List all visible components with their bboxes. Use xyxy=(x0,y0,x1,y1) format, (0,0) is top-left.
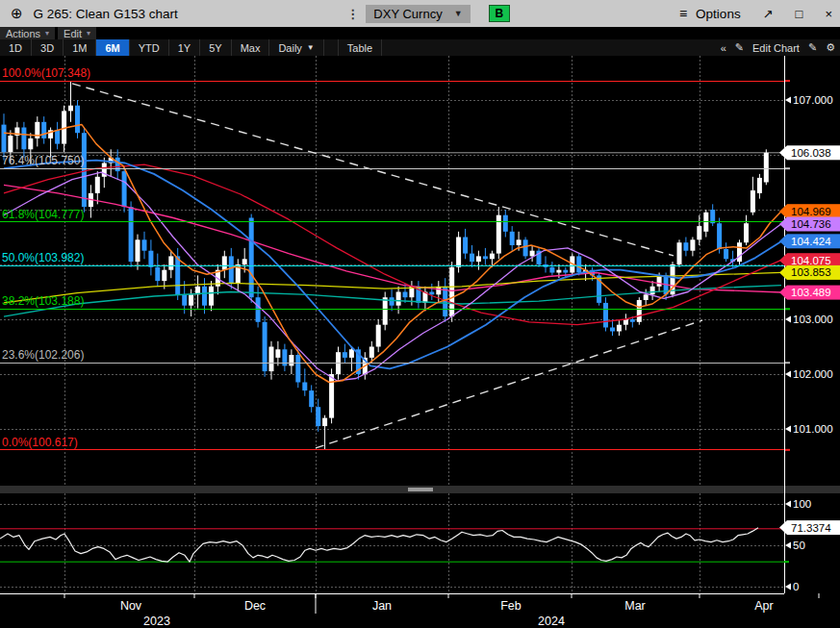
security-selector[interactable]: DXY Curncy ▼ xyxy=(366,5,470,23)
fib-label: 0.0%(100.617) xyxy=(2,436,78,449)
candle xyxy=(369,347,374,358)
maximize-button[interactable]: □ xyxy=(796,7,803,21)
candle xyxy=(476,256,481,262)
candle xyxy=(202,287,207,306)
candle xyxy=(403,292,408,298)
candle xyxy=(129,207,134,262)
candle xyxy=(41,122,46,138)
price-badge: 104.075 xyxy=(791,255,831,266)
candle xyxy=(630,319,635,322)
gear-icon[interactable]: ⚙ xyxy=(826,41,835,54)
candle xyxy=(463,238,468,254)
menu-arrow-icon: ▾ xyxy=(45,29,49,38)
candle xyxy=(329,374,334,418)
tab-label: 3D xyxy=(40,42,54,54)
candle xyxy=(263,322,267,371)
annotate-icon[interactable]: ✎ xyxy=(808,41,817,54)
window-title: G 265: Clean G153 chart xyxy=(34,7,178,21)
candle xyxy=(556,270,561,273)
candle xyxy=(637,300,642,322)
month-label: Mar xyxy=(624,599,646,613)
tab-1y[interactable]: 1Y xyxy=(169,39,200,56)
close-button[interactable]: × xyxy=(825,7,832,21)
candle xyxy=(142,239,147,250)
rsi-panel xyxy=(0,528,784,563)
candle xyxy=(603,303,608,328)
candle xyxy=(21,128,26,150)
candle xyxy=(222,256,227,269)
pan-icon[interactable]: ⊕ xyxy=(11,5,23,22)
price-axis[interactable]: 107.000103.000102.000101.000106.038104.9… xyxy=(779,94,840,435)
fibonacci-levels: 100.0%(107.348)76.4%(105.750)61.8%(104.7… xyxy=(0,66,790,450)
price-badge: 104.736 xyxy=(791,218,831,230)
candle xyxy=(396,292,401,306)
tab-1d[interactable]: 1D xyxy=(0,39,32,56)
price-badge: 106.038 xyxy=(791,147,831,159)
edit-label: Edit xyxy=(64,28,82,39)
candle xyxy=(510,232,515,245)
candle xyxy=(155,267,160,281)
actions-menu[interactable]: Actions ▾ xyxy=(0,27,55,39)
year-label: 2023 xyxy=(143,615,170,628)
candle xyxy=(390,297,395,306)
window-titlebar: ⊕ G 265: Clean G153 chart ⋮ DXY Curncy ▼… xyxy=(0,0,840,27)
price-tick-label: 107.000 xyxy=(793,94,833,106)
tab-1m[interactable]: 1M xyxy=(64,39,96,56)
table-label: Table xyxy=(347,42,372,54)
candle xyxy=(690,239,695,250)
period-label: Daily xyxy=(278,42,301,54)
menu-icon: ≡ xyxy=(679,6,687,21)
candle xyxy=(8,136,13,152)
tab-max[interactable]: Max xyxy=(232,39,270,56)
tab-3d[interactable]: 3D xyxy=(32,39,64,56)
range-toolbar: 1D 3D 1M 6M YTD 1Y 5Y Max Daily ▼ Table … xyxy=(0,39,840,56)
edit-chart-button[interactable]: Edit Chart xyxy=(752,42,800,54)
table-button[interactable]: Table xyxy=(338,39,382,56)
candle xyxy=(302,383,307,391)
candle xyxy=(757,178,762,193)
collapse-icon[interactable]: « xyxy=(721,42,726,54)
tab-ytd[interactable]: YTD xyxy=(130,39,169,56)
candle xyxy=(168,256,173,269)
security-b-button[interactable]: B xyxy=(489,5,511,22)
ma-orange-line xyxy=(4,125,781,383)
fib-label: 23.6%(102.206) xyxy=(2,348,84,362)
candle xyxy=(523,239,528,256)
candle xyxy=(309,390,314,407)
period-selector[interactable]: Daily ▼ xyxy=(269,39,323,56)
axes xyxy=(0,56,819,614)
actions-label: Actions xyxy=(6,28,40,39)
candle xyxy=(136,239,140,262)
dropdown-arrow-icon: ▼ xyxy=(454,9,463,18)
tab-5y[interactable]: 5Y xyxy=(200,39,231,56)
price-tick-label: 102.000 xyxy=(793,368,833,380)
candle xyxy=(429,292,434,295)
popout-button[interactable]: ↗ xyxy=(763,7,774,21)
candle xyxy=(717,223,722,249)
price-chart[interactable]: 100.0%(107.348)76.4%(105.750)61.8%(104.7… xyxy=(0,56,840,628)
tab-6m[interactable]: 6M xyxy=(96,39,129,56)
candle xyxy=(82,133,87,207)
price-badge: 103.489 xyxy=(791,287,831,298)
pencil-icon[interactable]: ✎ xyxy=(735,41,744,54)
panel-drag-handle[interactable] xyxy=(408,488,433,491)
candle xyxy=(496,215,501,254)
tab-label: 5Y xyxy=(209,42,221,54)
options-menu-button[interactable]: ≡ Options xyxy=(679,6,741,21)
candle xyxy=(576,256,581,272)
candle xyxy=(316,407,320,426)
tab-label: 6M xyxy=(105,42,119,54)
more-options-icon[interactable]: ⋮ xyxy=(346,7,359,21)
rsi-axis[interactable]: 10050071.3374 xyxy=(779,498,840,592)
month-label: Feb xyxy=(500,599,522,613)
month-label: Nov xyxy=(120,599,142,613)
candle xyxy=(737,242,742,262)
candle xyxy=(322,418,327,427)
gridlines xyxy=(0,56,784,593)
menu-arrow-icon: ▾ xyxy=(87,29,90,38)
price-badge: 104.424 xyxy=(791,236,831,247)
candle xyxy=(182,294,187,305)
edit-menu[interactable]: Edit ▾ xyxy=(58,27,96,39)
trendline-descending[interactable] xyxy=(72,84,674,256)
candle xyxy=(209,287,214,306)
